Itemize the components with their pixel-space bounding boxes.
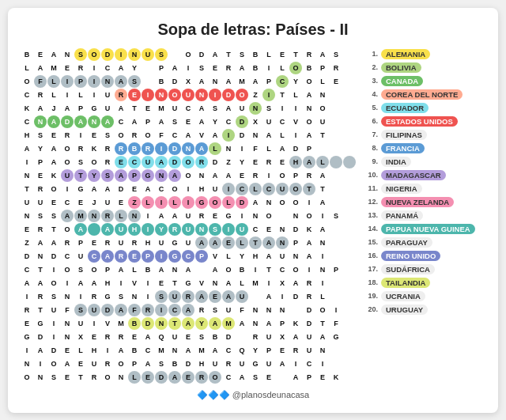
grid-cell: A — [182, 344, 194, 357]
grid-cell: A — [209, 263, 221, 276]
grid-cell: X — [182, 75, 194, 88]
grid-cell — [330, 223, 342, 236]
word-number: 2. — [365, 63, 378, 71]
grid-cell: I — [236, 142, 248, 155]
grid-cell: S — [74, 263, 87, 276]
grid-cell: U — [209, 183, 221, 195]
grid-cell: G — [249, 358, 262, 370]
grid-cell: O — [142, 129, 154, 142]
grid-cell: G — [222, 210, 235, 222]
grid-cell — [330, 236, 342, 249]
grid-cell: J — [88, 196, 100, 209]
grid-cell: S — [249, 371, 262, 384]
grid-cell: O — [182, 156, 194, 168]
grid-cell: C — [236, 183, 248, 195]
grid-cell: E — [61, 344, 74, 357]
grid-cell: S — [155, 290, 168, 303]
grid-cell — [276, 210, 289, 222]
grid-cell: T — [316, 183, 329, 195]
grid-cell: S — [34, 129, 47, 142]
grid-cell: I — [316, 250, 329, 263]
grid-cell: L — [128, 263, 141, 276]
grid-cell: U — [115, 236, 127, 249]
grid-cell: X — [276, 331, 289, 343]
grid-cell: N — [316, 89, 329, 101]
word-number: 4. — [365, 90, 378, 98]
grid-cell: F — [34, 75, 47, 88]
grid-cell: P — [195, 250, 208, 263]
grid-cell: A — [182, 304, 194, 316]
grid-cell: I — [155, 250, 168, 263]
grid-cell: R — [222, 358, 235, 370]
grid-cell: A — [262, 290, 275, 303]
grid-cell: I — [115, 277, 127, 289]
grid-cell: N — [195, 89, 208, 101]
grid-cell: D — [289, 223, 302, 236]
grid-cell — [343, 371, 356, 384]
grid-cell: S — [47, 210, 60, 222]
grid-cell: O — [289, 196, 302, 209]
grid-cell: M — [236, 75, 248, 88]
grid-cell: C — [21, 263, 33, 276]
grid-cell: U — [168, 102, 181, 115]
grid-cell — [343, 277, 356, 289]
grid-cell: V — [209, 250, 221, 263]
grid-cell: U — [262, 358, 275, 370]
grid-cell — [195, 263, 208, 276]
grid-cell: I — [34, 358, 47, 370]
grid-cell: N — [88, 115, 100, 128]
grid-cell: E — [61, 62, 74, 74]
grid-cell: D — [222, 89, 235, 101]
grid-cell: A — [142, 358, 154, 370]
grid-cell: R — [61, 129, 74, 142]
grid-cell: U — [182, 236, 194, 249]
grid-cell: E — [47, 129, 60, 142]
grid-cell: C — [222, 115, 235, 128]
grid-cell: E — [236, 169, 248, 182]
grid-cell: P — [316, 62, 329, 74]
grid-cell: A — [289, 277, 302, 289]
list-item: 9.INDIA — [362, 156, 485, 168]
grid-cell: E — [155, 277, 168, 289]
grid-cell: E — [142, 371, 154, 384]
word-label: UCRANIA — [381, 291, 425, 301]
grid-cell: I — [222, 183, 235, 195]
grid-cell: E — [34, 48, 47, 61]
grid-cell: O — [289, 183, 302, 195]
footer-text: @planosdeunacasa — [232, 390, 309, 399]
grid-cell: E — [128, 183, 141, 195]
grid-cell: V — [101, 317, 114, 330]
grid-cell: N — [88, 210, 100, 222]
grid-cell: D — [195, 48, 208, 61]
grid-cell: A — [209, 317, 221, 330]
grid-cell: P — [128, 358, 141, 370]
word-label: PANAMÁ — [381, 210, 423, 221]
grid-cell: R — [195, 210, 208, 222]
grid-cell: A — [303, 250, 315, 263]
grid-cell: R — [303, 290, 315, 303]
grid-cell: A — [128, 115, 141, 128]
grid-cell: A — [276, 358, 289, 370]
grid-cell: I — [142, 277, 154, 289]
grid-cell: Q — [236, 344, 248, 357]
grid-cell: D — [289, 290, 302, 303]
grid-cell: A — [303, 156, 315, 168]
grid-cell: O — [262, 210, 275, 222]
grid-cell: O — [209, 196, 221, 209]
grid-cell: S — [74, 48, 87, 61]
grid-cell: E — [128, 331, 141, 343]
grid-cell: U — [236, 358, 248, 370]
grid-cell: H — [101, 277, 114, 289]
grid-cell — [343, 89, 356, 101]
grid-cell: R — [303, 48, 315, 61]
grid-cell: A — [47, 48, 60, 61]
grid-cell: B — [128, 317, 141, 330]
grid-cell: I — [142, 290, 154, 303]
grid-cell: R — [128, 129, 141, 142]
grid-cell: O — [115, 129, 127, 142]
grid-cell: E — [330, 75, 342, 88]
grid-cell: B — [303, 62, 315, 74]
grid-cell: A — [316, 169, 329, 182]
list-item: 12.NUEVA ZELANDA — [362, 196, 485, 208]
grid-cell: R — [101, 142, 114, 155]
